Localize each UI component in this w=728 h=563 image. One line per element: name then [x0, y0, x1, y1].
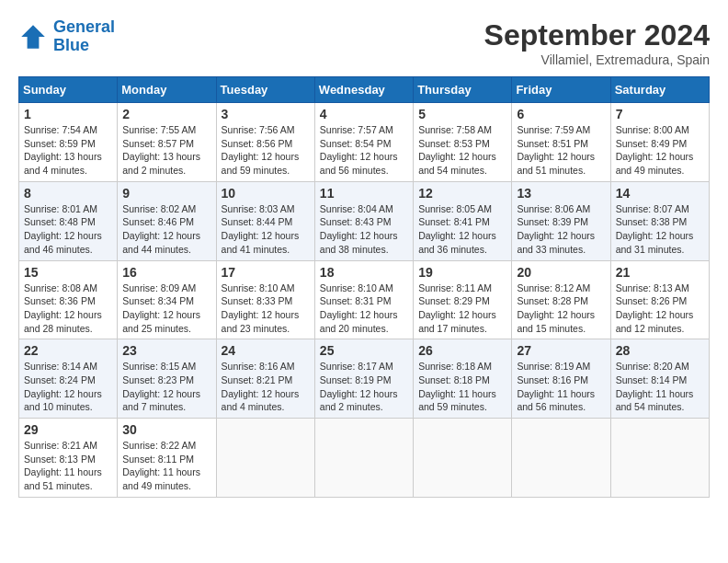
- day-info: Sunrise: 8:13 AM Sunset: 8:26 PM Dayligh…: [616, 282, 704, 336]
- weekday-header: Saturday: [610, 77, 709, 103]
- day-number: 4: [320, 107, 408, 121]
- day-number: 11: [320, 186, 408, 201]
- calendar-cell: 3Sunrise: 7:56 AM Sunset: 8:56 PM Daylig…: [216, 103, 314, 182]
- day-number: 1: [24, 107, 112, 121]
- day-number: 23: [122, 343, 210, 358]
- day-info: Sunrise: 7:56 AM Sunset: 8:56 PM Dayligh…: [222, 123, 310, 178]
- day-info: Sunrise: 8:22 AM Sunset: 8:11 PM Dayligh…: [122, 439, 210, 493]
- day-info: Sunrise: 8:10 AM Sunset: 8:33 PM Dayligh…: [222, 282, 310, 336]
- day-number: 14: [616, 186, 704, 201]
- svg-marker-0: [21, 25, 45, 49]
- location: Villamiel, Extremadura, Spain: [484, 52, 710, 67]
- calendar-cell: 13Sunrise: 8:06 AM Sunset: 8:39 PM Dayli…: [512, 181, 610, 260]
- calendar-cell: 30Sunrise: 8:22 AM Sunset: 8:11 PM Dayli…: [118, 419, 216, 498]
- day-number: 18: [320, 265, 408, 280]
- calendar-cell: 22Sunrise: 8:14 AM Sunset: 8:24 PM Dayli…: [19, 339, 118, 419]
- day-info: Sunrise: 8:15 AM Sunset: 8:23 PM Dayligh…: [122, 360, 210, 414]
- day-number: 8: [24, 186, 112, 201]
- day-info: Sunrise: 8:07 AM Sunset: 8:38 PM Dayligh…: [616, 202, 704, 257]
- day-info: Sunrise: 8:03 AM Sunset: 8:44 PM Dayligh…: [222, 202, 310, 257]
- day-info: Sunrise: 8:18 AM Sunset: 8:18 PM Dayligh…: [418, 360, 506, 414]
- day-info: Sunrise: 8:04 AM Sunset: 8:43 PM Dayligh…: [320, 202, 408, 257]
- day-number: 15: [24, 265, 112, 280]
- calendar-cell: 25Sunrise: 8:17 AM Sunset: 8:19 PM Dayli…: [314, 339, 413, 419]
- day-number: 29: [24, 422, 112, 437]
- day-number: 19: [418, 265, 506, 280]
- calendar-cell: 6Sunrise: 7:59 AM Sunset: 8:51 PM Daylig…: [512, 103, 610, 182]
- calendar-cell: 17Sunrise: 8:10 AM Sunset: 8:33 PM Dayli…: [216, 260, 314, 339]
- day-number: 17: [222, 265, 310, 280]
- calendar-cell: 8Sunrise: 8:01 AM Sunset: 8:48 PM Daylig…: [19, 181, 118, 260]
- day-number: 3: [222, 107, 310, 121]
- calendar-cell: 11Sunrise: 8:04 AM Sunset: 8:43 PM Dayli…: [314, 181, 413, 260]
- day-number: 20: [517, 265, 605, 280]
- calendar-cell: 4Sunrise: 7:57 AM Sunset: 8:54 PM Daylig…: [314, 103, 413, 182]
- weekday-header: Friday: [512, 77, 610, 103]
- day-number: 25: [320, 343, 408, 358]
- calendar-cell: 5Sunrise: 7:58 AM Sunset: 8:53 PM Daylig…: [414, 103, 512, 182]
- day-info: Sunrise: 8:11 AM Sunset: 8:29 PM Dayligh…: [418, 282, 506, 336]
- month-title: September 2024: [484, 18, 710, 52]
- day-number: 5: [418, 107, 506, 121]
- weekday-header: Thursday: [414, 77, 512, 103]
- day-number: 28: [616, 343, 704, 358]
- calendar-cell: 7Sunrise: 8:00 AM Sunset: 8:49 PM Daylig…: [610, 103, 709, 182]
- day-info: Sunrise: 8:06 AM Sunset: 8:39 PM Dayligh…: [517, 202, 605, 257]
- weekday-header: Tuesday: [216, 77, 314, 103]
- day-info: Sunrise: 8:19 AM Sunset: 8:16 PM Dayligh…: [517, 360, 605, 414]
- day-number: 27: [517, 343, 605, 358]
- day-number: 30: [122, 422, 210, 437]
- day-number: 16: [122, 265, 210, 280]
- day-info: Sunrise: 8:20 AM Sunset: 8:14 PM Dayligh…: [616, 360, 704, 414]
- day-info: Sunrise: 8:09 AM Sunset: 8:34 PM Dayligh…: [122, 282, 210, 336]
- day-info: Sunrise: 8:14 AM Sunset: 8:24 PM Dayligh…: [24, 360, 112, 414]
- calendar-cell: 19Sunrise: 8:11 AM Sunset: 8:29 PM Dayli…: [414, 260, 512, 339]
- calendar-cell: [414, 419, 512, 498]
- calendar-cell: 2Sunrise: 7:55 AM Sunset: 8:57 PM Daylig…: [118, 103, 216, 182]
- calendar-cell: 9Sunrise: 8:02 AM Sunset: 8:46 PM Daylig…: [118, 181, 216, 260]
- calendar-cell: 10Sunrise: 8:03 AM Sunset: 8:44 PM Dayli…: [216, 181, 314, 260]
- calendar-cell: 21Sunrise: 8:13 AM Sunset: 8:26 PM Dayli…: [610, 260, 709, 339]
- calendar-cell: 12Sunrise: 8:05 AM Sunset: 8:41 PM Dayli…: [414, 181, 512, 260]
- calendar-cell: [512, 419, 610, 498]
- day-info: Sunrise: 8:00 AM Sunset: 8:49 PM Dayligh…: [616, 123, 704, 178]
- day-number: 12: [418, 186, 506, 201]
- calendar-week-row: 1Sunrise: 7:54 AM Sunset: 8:59 PM Daylig…: [19, 103, 710, 182]
- calendar-cell: 18Sunrise: 8:10 AM Sunset: 8:31 PM Dayli…: [314, 260, 413, 339]
- calendar-week-row: 8Sunrise: 8:01 AM Sunset: 8:48 PM Daylig…: [19, 181, 710, 260]
- day-info: Sunrise: 8:02 AM Sunset: 8:46 PM Dayligh…: [122, 202, 210, 257]
- day-number: 2: [122, 107, 210, 121]
- day-number: 24: [222, 343, 310, 358]
- calendar-cell: 24Sunrise: 8:16 AM Sunset: 8:21 PM Dayli…: [216, 339, 314, 419]
- day-number: 22: [24, 343, 112, 358]
- day-number: 6: [517, 107, 605, 121]
- calendar-cell: 16Sunrise: 8:09 AM Sunset: 8:34 PM Dayli…: [118, 260, 216, 339]
- day-number: 10: [222, 186, 310, 201]
- logo-text: General Blue: [53, 18, 115, 55]
- day-info: Sunrise: 8:21 AM Sunset: 8:13 PM Dayligh…: [24, 439, 112, 493]
- day-number: 13: [517, 186, 605, 201]
- calendar-header-row: SundayMondayTuesdayWednesdayThursdayFrid…: [19, 77, 710, 103]
- calendar-cell: 29Sunrise: 8:21 AM Sunset: 8:13 PM Dayli…: [19, 419, 118, 498]
- title-area: September 2024 Villamiel, Extremadura, S…: [484, 18, 710, 67]
- calendar-cell: 20Sunrise: 8:12 AM Sunset: 8:28 PM Dayli…: [512, 260, 610, 339]
- calendar-cell: 14Sunrise: 8:07 AM Sunset: 8:38 PM Dayli…: [610, 181, 709, 260]
- calendar: SundayMondayTuesdayWednesdayThursdayFrid…: [18, 76, 710, 498]
- weekday-header: Wednesday: [314, 77, 413, 103]
- calendar-cell: 1Sunrise: 7:54 AM Sunset: 8:59 PM Daylig…: [19, 103, 118, 182]
- day-info: Sunrise: 7:54 AM Sunset: 8:59 PM Dayligh…: [24, 123, 112, 178]
- calendar-cell: 23Sunrise: 8:15 AM Sunset: 8:23 PM Dayli…: [118, 339, 216, 419]
- calendar-cell: 27Sunrise: 8:19 AM Sunset: 8:16 PM Dayli…: [512, 339, 610, 419]
- day-info: Sunrise: 8:12 AM Sunset: 8:28 PM Dayligh…: [517, 282, 605, 336]
- day-info: Sunrise: 8:08 AM Sunset: 8:36 PM Dayligh…: [24, 282, 112, 336]
- calendar-week-row: 15Sunrise: 8:08 AM Sunset: 8:36 PM Dayli…: [19, 260, 710, 339]
- day-number: 9: [122, 186, 210, 201]
- calendar-cell: [314, 419, 413, 498]
- weekday-header: Sunday: [19, 77, 118, 103]
- day-info: Sunrise: 8:05 AM Sunset: 8:41 PM Dayligh…: [418, 202, 506, 257]
- calendar-cell: [610, 419, 709, 498]
- logo: General Blue: [18, 18, 115, 55]
- logo-icon: [18, 22, 48, 52]
- day-info: Sunrise: 8:16 AM Sunset: 8:21 PM Dayligh…: [222, 360, 310, 414]
- page-header: General Blue September 2024 Villamiel, E…: [18, 18, 710, 67]
